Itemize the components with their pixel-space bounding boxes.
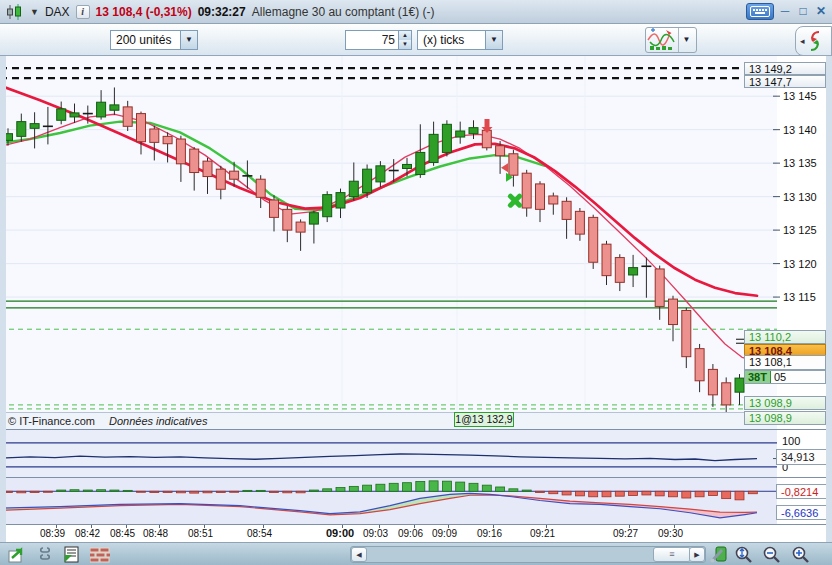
zoom-out-icon[interactable] [761, 546, 783, 564]
maximize-button[interactable]: □ [796, 4, 810, 19]
candle-down [695, 349, 704, 381]
sell-arrow-marker [482, 119, 493, 133]
symbol-dropdown-icon[interactable]: ▼ [30, 7, 39, 17]
wall-icon[interactable] [90, 546, 110, 563]
macd-hist-down [722, 491, 731, 498]
plot-background [0, 56, 777, 429]
oscillator-panel[interactable]: 100 50 34,913 0 [0, 429, 832, 477]
close-button[interactable]: ✕ [814, 4, 828, 19]
macd-hist-down [748, 491, 757, 493]
ticks-count-value[interactable]: 75 [346, 31, 398, 49]
position-label[interactable]: 1@13 132,9 [454, 412, 514, 427]
macd-hist-up [403, 483, 412, 492]
macd-fill-down [540, 498, 570, 503]
candle-up [97, 102, 106, 117]
left-edge-strip [0, 56, 6, 542]
macd-hist-down [602, 491, 611, 497]
macd-hist-down [17, 491, 26, 493]
time-label: 08:51 [188, 528, 213, 539]
bottom-toolbar: ◀ ≡ ▶ [0, 542, 832, 565]
macd-fill-up [0, 507, 60, 511]
candle-down [150, 129, 159, 142]
price-chart-canvas[interactable]: Piv J Piv M mS1 J mS1 H Bas (J, Pré) Bas… [0, 56, 832, 429]
candle-down [482, 130, 491, 147]
copyright-text: © IT-Finance.com [8, 415, 95, 427]
stepper-arrows: ▲ ▼ [398, 31, 411, 49]
candle-down [655, 269, 664, 307]
y-axis-tick-label: 13 125 [783, 224, 817, 236]
time-label: 09:03 [363, 528, 388, 539]
stepper-up-icon[interactable]: ▲ [398, 31, 411, 40]
candle-up [429, 134, 438, 162]
chevron-down-icon[interactable]: ▼ [485, 31, 502, 49]
macd-hist-up [456, 482, 465, 491]
units-select[interactable]: 200 unités ▼ [110, 30, 198, 50]
macd-fill-up [470, 493, 490, 495]
macd-hist-down [163, 491, 172, 492]
candle-down [230, 171, 239, 179]
ticks-count-stepper[interactable]: 75 ▲ ▼ [345, 30, 412, 50]
scroll-right-icon[interactable]: ▶ [689, 547, 705, 562]
tick-count-badge: 38T [745, 371, 771, 383]
export-icon[interactable] [8, 546, 28, 563]
candle-up [363, 169, 372, 192]
macd-hist-down [150, 491, 159, 492]
macd-fill-down [660, 507, 690, 513]
y-axis-tick-label: 13 145 [783, 90, 817, 102]
macd-hist-up [70, 490, 79, 492]
scroll-left-icon[interactable]: ◀ [351, 547, 367, 562]
ma-green [2, 122, 545, 210]
macd-fill-up [490, 494, 510, 496]
chevron-down-icon[interactable]: ▼ [678, 28, 694, 52]
chevron-down-icon[interactable]: ▼ [180, 31, 197, 49]
news-icon[interactable] [64, 546, 80, 563]
horizontal-scrollbar[interactable]: ◀ ≡ ▶ [350, 546, 706, 563]
candle-down [589, 217, 598, 262]
settings-tool-icon[interactable] [710, 546, 728, 563]
macd-hist-down [589, 491, 598, 497]
panel-collapse-button[interactable]: ◂ [795, 26, 832, 56]
indicators-button[interactable]: ▼ [645, 27, 697, 53]
y-axis-tick-label: 13 115 [783, 291, 816, 303]
macd-hist-up [482, 485, 491, 491]
price-tag-bas-h: 13 098,9 [744, 396, 826, 410]
macd-hist-down [43, 491, 52, 492]
macd-hist-down [230, 491, 239, 492]
candle-up [376, 166, 385, 182]
macd-line-value-box: -6,6636 [776, 505, 831, 520]
price-tag-bas-h2: 13 098,9 [744, 411, 826, 425]
candle-down [256, 179, 265, 197]
zoom-in-icon[interactable] [790, 546, 812, 564]
macd-hist-up [97, 490, 106, 492]
candle-down [123, 107, 132, 126]
collapse-arrow-icon: ◂ [796, 36, 805, 46]
timeframe-select[interactable]: (x) ticks ▼ [417, 30, 503, 50]
candle-up [30, 124, 39, 129]
y-axis-tick-label: 13 130 [783, 191, 817, 203]
minimize-button[interactable]: ─ [778, 4, 792, 19]
info-button[interactable]: i [76, 5, 90, 19]
macd-hist-up [123, 490, 132, 491]
macd-fill-down [600, 503, 630, 507]
candle-up [629, 268, 638, 275]
macd-background [0, 478, 777, 524]
disclaimer-text: Données indicatives [109, 415, 207, 427]
candle-down [562, 201, 571, 219]
macd-hist-down [30, 491, 39, 492]
macd-fill-up [330, 512, 360, 515]
symbol-name[interactable]: DAX [45, 5, 70, 19]
macd-hist-up [363, 485, 372, 491]
macd-fill-up [450, 493, 470, 498]
macd-fill-up [420, 494, 450, 503]
keyboard-icon[interactable] [746, 3, 774, 20]
ma-red-thick [0, 85, 757, 295]
zoom-vertical-icon[interactable] [733, 546, 755, 564]
stepper-down-icon[interactable]: ▼ [398, 40, 411, 49]
macd-panel[interactable]: -0,8214 -6,6636 [0, 477, 832, 524]
macd-fill-down [510, 496, 540, 501]
pending-order-label[interactable]: 4@13 134,4 [454, 60, 530, 74]
macd-fill-down [745, 512, 757, 514]
attach-icon[interactable] [38, 546, 54, 563]
scrollbar-thumb[interactable]: ≡ [653, 547, 691, 562]
macd-fill-down [690, 509, 720, 518]
